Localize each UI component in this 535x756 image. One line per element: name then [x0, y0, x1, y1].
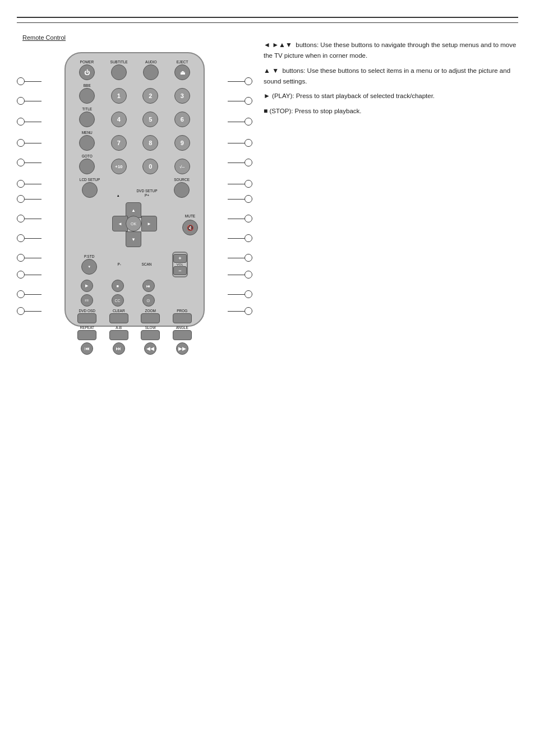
- numx-btn-group: √--: [174, 159, 190, 174]
- callout-circle-l3: [17, 118, 25, 126]
- goto-button[interactable]: [79, 159, 95, 174]
- callout-right-7: [228, 195, 252, 203]
- dpad: ▲ ◄ OK ► ▼: [112, 202, 157, 247]
- num1-button[interactable]: 1: [111, 88, 127, 104]
- ok-button[interactable]: OK: [126, 216, 141, 231]
- eject-btn-group: EJECT ⏏: [174, 60, 190, 80]
- callout-left-9: [17, 234, 41, 242]
- scan-btn-group: SCAN: [141, 262, 151, 267]
- dpad-down-button[interactable]: ▼: [126, 231, 141, 247]
- angle-button[interactable]: [173, 330, 192, 340]
- title-button[interactable]: [79, 112, 95, 127]
- callout-circle-r10: [245, 254, 252, 262]
- callout-line-r1: [228, 81, 245, 82]
- callout-circle-l8: [17, 215, 25, 222]
- bbe-button[interactable]: [79, 88, 95, 104]
- dvd-osd-button[interactable]: [77, 313, 96, 323]
- cc-button[interactable]: CC: [112, 294, 124, 307]
- subtitle-button[interactable]: [111, 64, 127, 80]
- menu-btn-group: MENU: [79, 131, 95, 151]
- lcd-setup-button[interactable]: [82, 182, 98, 198]
- callout-line-l9: [25, 238, 41, 239]
- power-btn-group: POWER ⏻: [79, 60, 95, 80]
- zoom-button[interactable]: [141, 313, 160, 323]
- next-button[interactable]: ⏭: [113, 342, 125, 355]
- goto-label: GOTO: [82, 154, 93, 158]
- callout-line-r13: [228, 311, 245, 312]
- rew-button[interactable]: ◀◀: [144, 342, 156, 355]
- dpad-right-button[interactable]: ►: [141, 216, 157, 231]
- num10-btn-group: +10: [111, 159, 127, 174]
- power-button[interactable]: ⏻: [79, 64, 95, 80]
- lcd-setup-label: LCD SETUP: [80, 178, 100, 182]
- num10-button[interactable]: +10: [111, 159, 127, 174]
- eject-button[interactable]: ⏏: [174, 64, 190, 80]
- repeat-button[interactable]: [77, 330, 96, 340]
- callout-circle-r13: [245, 307, 252, 315]
- callout-line-l11: [25, 275, 41, 275]
- source-button[interactable]: [174, 182, 190, 198]
- bbe-btn-group: BBE: [79, 84, 95, 104]
- menu2-button[interactable]: ⊙: [142, 294, 155, 307]
- menu-button[interactable]: [79, 135, 95, 151]
- callout-line-r6: [228, 184, 245, 184]
- num8-button[interactable]: 8: [142, 135, 158, 151]
- callout-circle-l9: [17, 234, 25, 242]
- num7-button[interactable]: 7: [111, 135, 127, 151]
- callout-right-10: [228, 254, 252, 262]
- callout-left-3: [17, 118, 41, 126]
- callout-line-l2: [25, 101, 41, 101]
- stop-button[interactable]: ■: [112, 280, 124, 292]
- num4-button[interactable]: 4: [111, 112, 127, 127]
- num9-button[interactable]: 9: [174, 135, 190, 151]
- num0-button[interactable]: 0: [142, 159, 158, 174]
- callout-circle-l7: [17, 195, 25, 203]
- vol-group-container: + VOL −: [172, 252, 188, 277]
- num2-button[interactable]: 2: [142, 88, 158, 104]
- num3-button[interactable]: 3: [174, 88, 190, 104]
- power-label: POWER: [80, 60, 94, 64]
- slow-button[interactable]: [141, 330, 160, 340]
- zoom-label: ZOOM: [145, 309, 156, 313]
- prog-button[interactable]: [173, 313, 192, 323]
- num5-button[interactable]: 5: [142, 112, 158, 127]
- callout-left-7: [17, 195, 41, 203]
- lcd-setup-btn-group: LCD SETUP: [80, 178, 100, 198]
- dvd-setup-btn-group: DVD SETUP P+: [136, 189, 157, 198]
- callout-left-8: [17, 215, 41, 222]
- mute-button[interactable]: 🔇: [182, 220, 198, 235]
- callout-left-5: [17, 159, 41, 166]
- callout-circle-l2: [17, 97, 25, 105]
- callout-circle-r1: [245, 77, 252, 85]
- audio-button[interactable]: [143, 64, 159, 80]
- ab-label: A-B: [116, 326, 122, 330]
- skip-fwd-button[interactable]: ⏭: [142, 280, 155, 292]
- eject-label: EJECT: [177, 60, 188, 64]
- prev-button[interactable]: ⏮: [81, 342, 93, 355]
- ab-button[interactable]: [109, 330, 128, 340]
- repeat-btn-group: REPEAT: [77, 326, 96, 340]
- dvd-osd-btn-group: DVD OSD: [77, 309, 96, 323]
- callout-right-1: [228, 77, 252, 85]
- num6-button[interactable]: 6: [174, 112, 190, 127]
- num3-btn-group: 3: [174, 88, 190, 104]
- vol-plus-button[interactable]: +: [173, 254, 187, 263]
- play-button[interactable]: ▶: [81, 280, 93, 292]
- callout-line-r8: [228, 219, 245, 219]
- play-symbol: ►: [264, 92, 270, 100]
- callout-line-r4: [228, 143, 245, 143]
- callout-left-12: [17, 290, 41, 298]
- pstd-btn-group: P.STD ▼: [81, 254, 97, 275]
- clear-button[interactable]: [109, 313, 128, 323]
- slow-label: SLOW: [145, 326, 156, 330]
- ff-button[interactable]: ▶▶: [176, 342, 188, 355]
- stop-symbol: ■: [264, 107, 268, 115]
- vol-minus-button[interactable]: −: [173, 266, 187, 275]
- callout-circle-r7: [245, 195, 252, 203]
- pstd-button[interactable]: ▼: [81, 259, 97, 275]
- audio-mode-button[interactable]: I/II: [81, 294, 93, 307]
- callout-circle-l13: [17, 307, 25, 315]
- numx-button[interactable]: √--: [174, 159, 190, 174]
- callout-circle-l11: [17, 271, 25, 279]
- prog-label: PROG: [177, 309, 187, 313]
